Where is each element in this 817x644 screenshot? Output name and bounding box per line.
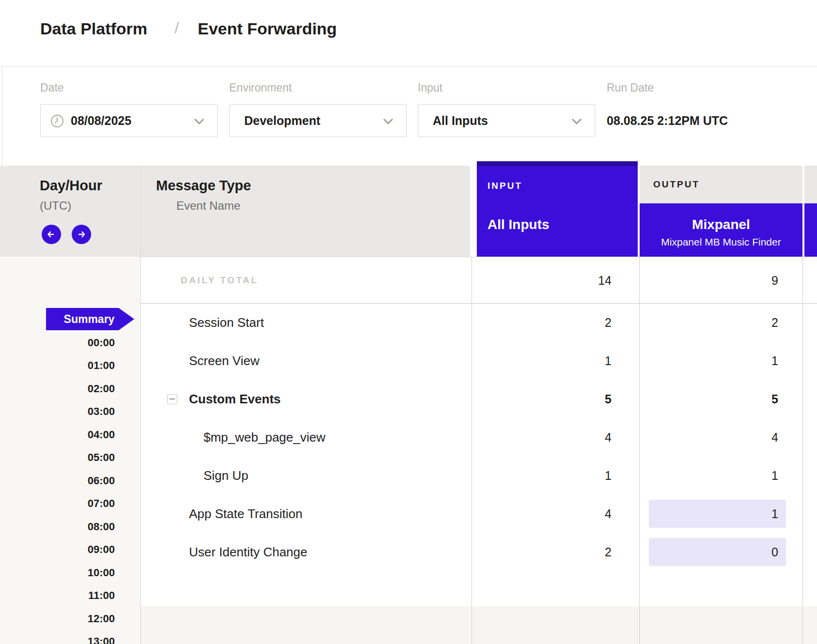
daily-total-label: DAILY TOTAL: [181, 257, 258, 304]
hour-row-label[interactable]: 13:00: [0, 635, 115, 644]
column-divider: [471, 257, 472, 644]
daily-total-input-value: 14: [598, 257, 612, 304]
table-row: User Identity Change 2 0: [141, 533, 817, 571]
environment-value: Development: [244, 105, 320, 137]
clock-icon: [50, 114, 64, 130]
event-name: Custom Events: [189, 380, 281, 418]
table-row: App State Transition 4 1: [141, 495, 817, 533]
input-column-kicker: INPUT: [487, 181, 522, 191]
summary-row-marker[interactable]: Summary: [46, 308, 134, 330]
run-date-value: 08.08.25 2:12PM UTC: [607, 114, 728, 128]
table-footer-area: [141, 606, 817, 644]
table-row: Session Start 2 2: [141, 304, 817, 342]
hour-row-label[interactable]: 02:00: [0, 382, 115, 396]
table-row: Screen View 1 1: [141, 342, 817, 380]
environment-filter-label: Environment: [229, 81, 292, 94]
event-name: $mp_web_page_view: [204, 418, 326, 457]
rail-column-divider: [141, 166, 141, 644]
input-value: All Inputs: [433, 105, 488, 137]
input-column-selected-strip: [477, 161, 638, 166]
column-divider: [802, 257, 803, 644]
input-count: 1: [605, 457, 612, 495]
highlighted-output-cell[interactable]: [649, 500, 786, 528]
message-type-column-title: Message Type: [156, 178, 251, 194]
input-column-header[interactable]: INPUT All Inputs: [477, 166, 638, 257]
message-type-column-subtitle: Event Name: [176, 199, 240, 213]
hour-row-label[interactable]: 12:00: [0, 612, 115, 626]
breadcrumb: Data Platform / Event Forwarding: [0, 0, 817, 67]
event-name: Session Start: [189, 304, 264, 342]
event-name: User Identity Change: [189, 533, 307, 571]
input-count: 4: [605, 495, 612, 533]
hour-row-label[interactable]: 11:00: [0, 589, 115, 602]
highlighted-output-cell[interactable]: [649, 538, 786, 566]
run-date-label: Run Date: [607, 81, 654, 94]
day-hour-column-subtitle: (UTC): [40, 199, 71, 213]
daily-total-row: DAILY TOTAL 14 9: [141, 257, 817, 304]
output-count: 5: [771, 380, 778, 418]
day-hour-column-title: Day/Hour: [40, 178, 102, 194]
table-row: Custom Events 5 5: [141, 380, 817, 418]
hour-row-label[interactable]: 05:00: [0, 451, 115, 464]
environment-dropdown[interactable]: Development: [229, 104, 407, 137]
input-count: 1: [605, 342, 612, 380]
hour-row-label[interactable]: 08:00: [0, 520, 115, 534]
hour-row-label[interactable]: 10:00: [0, 566, 115, 580]
date-filter-label: Date: [40, 81, 64, 94]
input-count: 5: [605, 380, 612, 418]
hour-row-label[interactable]: 09:00: [0, 543, 115, 556]
chevron-down-icon: [194, 118, 204, 126]
output-count: 0: [771, 533, 778, 571]
collapse-icon[interactable]: [167, 394, 177, 404]
output-column-name: Mixpanel: [640, 217, 802, 232]
input-column-name: All Inputs: [487, 217, 550, 232]
table-row: $mp_web_page_view 4 4: [141, 418, 817, 457]
column-gap: [470, 166, 477, 257]
hour-row-label[interactable]: 03:00: [0, 405, 115, 418]
input-dropdown[interactable]: All Inputs: [418, 104, 595, 137]
column-divider: [639, 257, 640, 644]
input-count: 2: [605, 304, 612, 342]
date-dropdown[interactable]: 08/08/2025: [40, 104, 218, 137]
output-column-kicker: OUTPUT: [653, 179, 700, 190]
hour-row-label[interactable]: 00:00: [0, 336, 115, 350]
breadcrumb-section[interactable]: Data Platform: [40, 19, 147, 38]
output-column-subtitle: Mixpanel MB Music Finder: [640, 236, 802, 248]
summary-label: Summary: [61, 308, 118, 330]
output-column-header[interactable]: Mixpanel Mixpanel MB Music Finder: [640, 203, 802, 257]
next-day-button[interactable]: [72, 225, 91, 244]
output-count: 1: [771, 495, 778, 533]
input-count: 4: [605, 418, 612, 457]
previous-day-button[interactable]: [42, 225, 61, 244]
input-filter-label: Input: [418, 81, 442, 94]
output-count: 1: [771, 342, 778, 380]
breadcrumb-separator: /: [174, 18, 179, 37]
chevron-down-icon: [571, 118, 582, 126]
event-name: Screen View: [189, 342, 260, 380]
output-count: 2: [771, 304, 778, 342]
event-forwarding-page: Data Platform / Event Forwarding Date 08…: [0, 0, 817, 644]
date-value: 08/08/2025: [71, 105, 131, 137]
event-name: Sign Up: [204, 457, 249, 495]
daily-total-output-value: 9: [771, 257, 778, 304]
page-title: Event Forwarding: [198, 19, 337, 38]
output-count: 1: [771, 457, 778, 495]
hour-row-label[interactable]: 07:00: [0, 497, 115, 510]
table-row: Sign Up 1 1: [141, 457, 817, 495]
hour-row-label[interactable]: 01:00: [0, 359, 115, 372]
chevron-down-icon: [383, 118, 393, 126]
hour-row-label[interactable]: 06:00: [0, 474, 115, 488]
input-count: 2: [605, 533, 612, 571]
hour-row-label[interactable]: 04:00: [0, 428, 115, 442]
next-output-column-partial[interactable]: [804, 203, 817, 257]
output-count: 4: [771, 418, 778, 457]
event-name: App State Transition: [189, 495, 302, 533]
